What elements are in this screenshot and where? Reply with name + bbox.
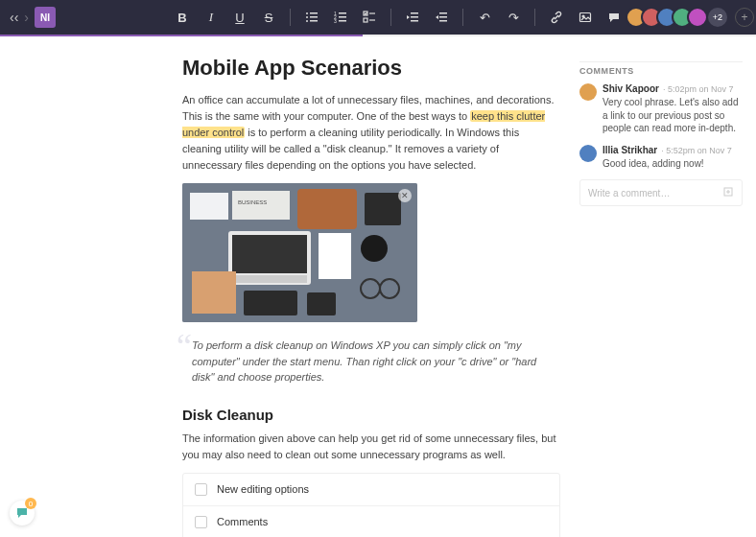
comment-input[interactable]: Write a comment… xyxy=(579,179,743,206)
numbered-list-icon[interactable]: 123 xyxy=(329,6,352,29)
paragraph: An office can accumulate a lot of unnece… xyxy=(182,92,560,174)
user-avatar[interactable]: NI xyxy=(35,7,56,28)
check-item[interactable]: New editing options xyxy=(183,474,559,506)
inline-image[interactable]: BUSINESS ✕ xyxy=(182,183,417,322)
comment-time: · 5:02pm on Nov 7 xyxy=(663,84,734,94)
avatar xyxy=(579,145,597,162)
svg-rect-41 xyxy=(307,292,336,315)
svg-rect-1 xyxy=(310,12,318,14)
svg-rect-9 xyxy=(339,16,346,18)
avatar xyxy=(579,83,597,101)
svg-text:BUSINESS: BUSINESS xyxy=(238,199,267,205)
svg-rect-31 xyxy=(365,193,401,225)
comment-input-placeholder: Write a comment… xyxy=(588,188,670,198)
svg-point-2 xyxy=(306,16,308,18)
bullet-list-icon[interactable] xyxy=(300,6,323,29)
checklist-icon[interactable] xyxy=(358,6,381,29)
comment-author: Shiv Kapoor xyxy=(602,83,659,94)
comment-text: Good idea, adding now! xyxy=(602,157,743,171)
link-icon[interactable] xyxy=(545,6,568,29)
svg-rect-7 xyxy=(339,12,346,14)
extra-users-badge[interactable]: +2 xyxy=(708,8,727,27)
bold-icon[interactable]: B xyxy=(171,6,194,29)
svg-rect-40 xyxy=(244,291,297,315)
svg-rect-34 xyxy=(232,275,307,283)
notification-badge: 0 xyxy=(25,498,36,509)
comment[interactable]: Illia Strikhar · 5:52pm on Nov 7 Good id… xyxy=(579,145,743,171)
svg-rect-14 xyxy=(364,18,367,22)
svg-point-0 xyxy=(306,12,308,14)
checkbox-icon[interactable] xyxy=(195,483,207,496)
svg-rect-35 xyxy=(319,233,351,279)
collaborator-avatars[interactable] xyxy=(626,7,708,28)
check-item[interactable]: Comments xyxy=(183,506,559,537)
comment-time: · 5:52pm on Nov 7 xyxy=(661,146,732,155)
checklist: New editing options Comments Collaborati… xyxy=(182,473,560,537)
strikethrough-icon[interactable]: S xyxy=(257,6,280,29)
svg-rect-19 xyxy=(411,20,418,22)
help-bubble[interactable]: 0 xyxy=(10,501,35,525)
svg-text:3: 3 xyxy=(334,18,337,24)
paragraph: The information given above can help you… xyxy=(182,431,560,463)
svg-rect-27 xyxy=(190,193,228,220)
svg-rect-21 xyxy=(439,12,447,14)
svg-rect-37 xyxy=(192,271,236,314)
svg-rect-22 xyxy=(439,16,447,18)
svg-point-36 xyxy=(361,235,388,262)
svg-rect-17 xyxy=(411,12,418,14)
back-arrow-icon[interactable]: ‹‹ xyxy=(10,10,18,25)
checkbox-icon[interactable] xyxy=(195,516,207,528)
svg-rect-18 xyxy=(411,16,418,18)
page-title: Mobile App Scenarios xyxy=(182,56,560,81)
redo-icon[interactable]: ↷ xyxy=(502,6,525,29)
underline-icon[interactable]: U xyxy=(228,6,251,29)
svg-marker-16 xyxy=(407,15,410,19)
check-label: Comments xyxy=(217,516,268,527)
document-body: Mobile App Scenarios An office can accum… xyxy=(13,56,576,537)
svg-rect-33 xyxy=(232,235,307,273)
indent-icon[interactable] xyxy=(430,6,453,29)
format-toolbar: B I U S 123 ↶ ↷ xyxy=(171,6,626,29)
image-icon[interactable] xyxy=(574,6,597,29)
svg-rect-5 xyxy=(310,20,318,22)
comment[interactable]: Shiv Kapoor · 5:02pm on Nov 7 Very cool … xyxy=(579,83,743,135)
svg-rect-30 xyxy=(297,189,357,229)
comment-icon[interactable] xyxy=(602,6,626,29)
svg-rect-23 xyxy=(439,20,447,22)
blockquote: To perform a disk cleanup on Windows XP … xyxy=(182,334,560,389)
loading-bar xyxy=(0,35,756,36)
svg-rect-28 xyxy=(232,191,290,220)
undo-icon[interactable]: ↶ xyxy=(473,6,496,29)
svg-rect-3 xyxy=(310,16,318,18)
forward-arrow-icon: › xyxy=(24,10,29,25)
comments-panel: COMMENTS Shiv Kapoor · 5:02pm on Nov 7 V… xyxy=(579,56,743,537)
attach-icon[interactable] xyxy=(722,186,734,199)
italic-icon[interactable]: I xyxy=(200,6,223,29)
comment-author: Illia Strikhar xyxy=(602,145,657,155)
top-toolbar: ‹‹ › NI B I U S 123 ↶ ↷ xyxy=(0,0,756,35)
svg-rect-11 xyxy=(339,20,346,22)
add-user-button[interactable]: + xyxy=(735,8,754,27)
check-label: New editing options xyxy=(217,483,309,495)
quote-text: To perform a disk cleanup on Windows XP … xyxy=(192,338,560,385)
comments-heading: COMMENTS xyxy=(579,61,743,83)
svg-point-4 xyxy=(306,20,308,22)
comment-text: Very cool phrase. Let's also add a link … xyxy=(602,96,743,135)
section-heading: Disk Cleanup xyxy=(182,407,560,423)
svg-marker-20 xyxy=(436,15,438,19)
outdent-icon[interactable] xyxy=(401,6,424,29)
